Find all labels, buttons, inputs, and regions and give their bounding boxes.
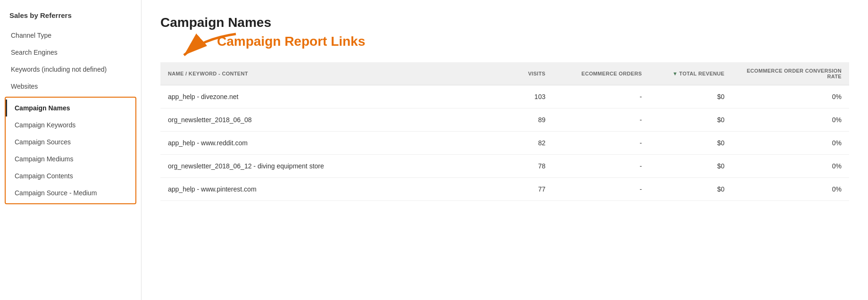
cell-name[interactable]: app_help - divezone.net	[160, 85, 470, 108]
cell-visits: 82	[470, 132, 553, 155]
cell-visits: 89	[470, 108, 553, 132]
main-content: Campaign Names Campaign Report Links NAM…	[142, 0, 868, 300]
sidebar-item-campaign-keywords[interactable]: Campaign Keywords	[6, 117, 135, 133]
sidebar-item-campaign-mediums[interactable]: Campaign Mediums	[6, 150, 135, 167]
col-header-visits[interactable]: VISITS	[470, 62, 553, 85]
cell-revenue: $0	[650, 155, 732, 178]
table-row: app_help - www.reddit.com82-$00%	[160, 132, 849, 155]
sidebar-title: Sales by Referrers	[0, 11, 141, 27]
sort-icon: ▼	[673, 71, 678, 76]
cell-orders: -	[553, 178, 649, 201]
cell-conversion: 0%	[732, 178, 849, 201]
data-table: NAME / KEYWORD - CONTENT VISITS ECOMMERC…	[160, 62, 849, 201]
page-title: Campaign Names	[160, 15, 849, 30]
cell-name[interactable]: org_newsletter_2018_06_08	[160, 108, 470, 132]
sidebar-item-keywords[interactable]: Keywords (including not defined)	[0, 61, 141, 78]
cell-orders: -	[553, 155, 649, 178]
cell-conversion: 0%	[732, 132, 849, 155]
cell-name[interactable]: app_help - www.pinterest.com	[160, 178, 470, 201]
annotation-container: Campaign Report Links	[160, 34, 849, 62]
cell-visits: 77	[470, 178, 553, 201]
cell-name[interactable]: org_newsletter_2018_06_12 - diving equip…	[160, 155, 470, 178]
sidebar-item-campaign-sources[interactable]: Campaign Sources	[6, 133, 135, 150]
table-row: org_newsletter_2018_06_12 - diving equip…	[160, 155, 849, 178]
cell-conversion: 0%	[732, 155, 849, 178]
cell-visits: 78	[470, 155, 553, 178]
sidebar: Sales by Referrers Channel Type Search E…	[0, 0, 142, 300]
sidebar-item-search-engines[interactable]: Search Engines	[0, 44, 141, 61]
sidebar-item-campaign-source-medium[interactable]: Campaign Source - Medium	[6, 184, 135, 201]
table-header-row: NAME / KEYWORD - CONTENT VISITS ECOMMERC…	[160, 62, 849, 85]
cell-revenue: $0	[650, 108, 732, 132]
cell-revenue: $0	[650, 178, 732, 201]
cell-conversion: 0%	[732, 108, 849, 132]
table-row: app_help - www.pinterest.com77-$00%	[160, 178, 849, 201]
cell-orders: -	[553, 132, 649, 155]
col-header-orders[interactable]: ECOMMERCE ORDERS	[553, 62, 649, 85]
sidebar-item-channel-type[interactable]: Channel Type	[0, 27, 141, 44]
col-header-name[interactable]: NAME / KEYWORD - CONTENT	[160, 62, 470, 85]
cell-visits: 103	[470, 85, 553, 108]
cell-conversion: 0%	[732, 85, 849, 108]
cell-orders: -	[553, 85, 649, 108]
col-header-revenue[interactable]: ▼TOTAL REVENUE	[650, 62, 732, 85]
sidebar-item-websites[interactable]: Websites	[0, 78, 141, 95]
sidebar-item-campaign-contents[interactable]: Campaign Contents	[6, 167, 135, 184]
col-header-conversion[interactable]: ECOMMERCE ORDER CONVERSION RATE	[732, 62, 849, 85]
cell-name[interactable]: app_help - www.reddit.com	[160, 132, 470, 155]
campaign-group: Campaign Names Campaign Keywords Campaig…	[5, 97, 136, 204]
cell-revenue: $0	[650, 85, 732, 108]
table-row: org_newsletter_2018_06_0889-$00%	[160, 108, 849, 132]
sidebar-item-campaign-names[interactable]: Campaign Names	[6, 100, 135, 117]
annotation-label: Campaign Report Links	[217, 34, 365, 49]
table-row: app_help - divezone.net103-$00%	[160, 85, 849, 108]
cell-revenue: $0	[650, 132, 732, 155]
cell-orders: -	[553, 108, 649, 132]
